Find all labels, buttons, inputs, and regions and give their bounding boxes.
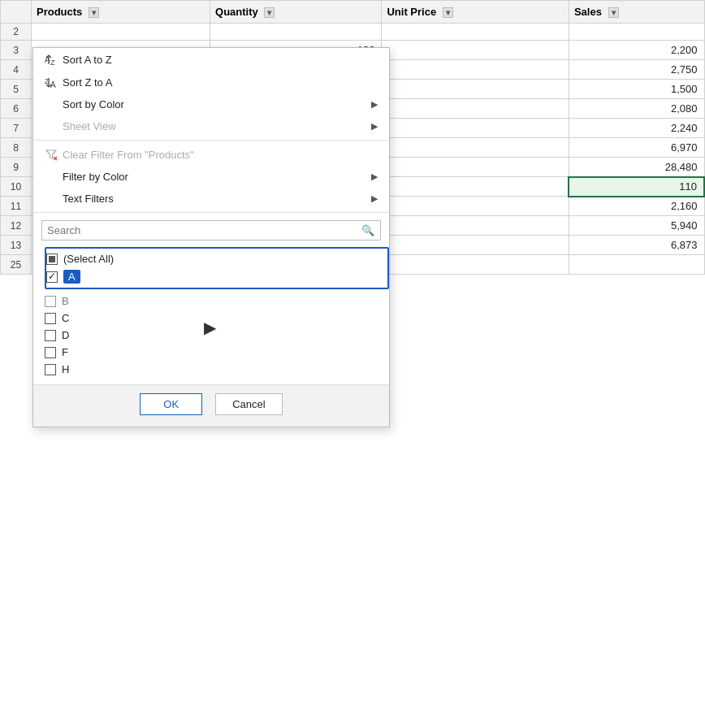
search-area: 🔍 bbox=[33, 215, 389, 244]
sheet-view-arrow: ▶ bbox=[371, 121, 378, 132]
quantity-header[interactable]: Quantity ▾ bbox=[210, 1, 382, 24]
row-num-cell: 2 bbox=[1, 24, 32, 41]
cell-sales[interactable]: 1,500 bbox=[569, 80, 704, 99]
products-label: Products bbox=[37, 6, 82, 18]
item-h-item[interactable]: H bbox=[45, 361, 389, 378]
sort-by-color-item[interactable]: Sort by Color ▶ bbox=[33, 93, 389, 115]
text-filters-arrow: ▶ bbox=[371, 193, 378, 204]
highlighted-items-box: (Select All) A bbox=[45, 247, 389, 289]
row-num-cell: 5 bbox=[1, 80, 32, 99]
sheet-view-label: Sheet View bbox=[63, 120, 116, 132]
row-num-cell: 8 bbox=[1, 138, 32, 158]
text-filters-item[interactable]: Text Filters ▶ bbox=[33, 188, 389, 210]
text-filters-label: Text Filters bbox=[63, 193, 114, 205]
cell-unitprice[interactable] bbox=[382, 216, 569, 236]
clear-filter-icon bbox=[45, 148, 63, 161]
cancel-button[interactable]: Cancel bbox=[215, 393, 282, 415]
cell-unitprice[interactable] bbox=[382, 119, 569, 138]
dropdown-buttons: OK Cancel bbox=[33, 384, 389, 427]
cell-sales[interactable]: 6,873 bbox=[569, 236, 704, 255]
quantity-dropdown-arrow[interactable]: ▾ bbox=[264, 7, 275, 18]
cell-unitprice[interactable] bbox=[382, 255, 569, 275]
checklist: (Select All) A B C D F bbox=[33, 244, 389, 381]
cell-unitprice[interactable] bbox=[382, 158, 569, 177]
clear-filter-item[interactable]: Clear Filter From "Products" bbox=[33, 143, 389, 166]
cell-unitprice[interactable] bbox=[382, 197, 569, 216]
cell-unitprice[interactable] bbox=[382, 80, 569, 99]
row-num-cell: 4 bbox=[1, 60, 32, 80]
select-all-checkbox[interactable] bbox=[46, 254, 58, 265]
row-num-header bbox=[1, 1, 32, 24]
cell-sales[interactable]: 5,940 bbox=[569, 216, 704, 236]
cell-quantity[interactable] bbox=[210, 24, 382, 41]
cell-sales-selected[interactable]: 110 bbox=[569, 177, 704, 197]
sort-z-a-label: Sort Z to A bbox=[63, 76, 112, 89]
row-num-cell: 25 bbox=[1, 255, 32, 275]
row-num-cell: 6 bbox=[1, 99, 32, 119]
item-a-checked[interactable]: A bbox=[46, 267, 387, 286]
sort-by-color-arrow: ▶ bbox=[371, 99, 378, 110]
row-num-cell: 13 bbox=[1, 236, 32, 255]
ok-button[interactable]: OK bbox=[140, 393, 202, 415]
cell-sales[interactable]: 28,480 bbox=[569, 158, 704, 177]
sort-a-z-label: Sort A to Z bbox=[63, 54, 112, 66]
row-num-cell: 9 bbox=[1, 158, 32, 177]
search-icon: 🔍 bbox=[361, 223, 374, 236]
item-f-checkbox[interactable] bbox=[45, 347, 56, 358]
sales-dropdown-arrow[interactable]: ▾ bbox=[608, 7, 619, 18]
item-b-checkbox[interactable] bbox=[45, 296, 56, 307]
item-c-item[interactable]: C bbox=[45, 310, 389, 327]
item-d-label: D bbox=[62, 329, 69, 341]
unitprice-label: Unit Price bbox=[387, 6, 436, 18]
cell-unitprice[interactable] bbox=[382, 60, 569, 80]
cell-sales[interactable]: 2,240 bbox=[569, 119, 704, 138]
cell-sales[interactable]: 6,970 bbox=[569, 138, 704, 158]
sort-a-z-item[interactable]: AZ Sort A to Z bbox=[33, 48, 389, 71]
cell-unitprice[interactable] bbox=[382, 24, 569, 41]
cell-sales[interactable] bbox=[569, 24, 704, 41]
item-b-item[interactable]: B bbox=[45, 292, 389, 310]
az-icon: AZ bbox=[45, 53, 63, 66]
cell-sales[interactable]: 2,080 bbox=[569, 99, 704, 119]
item-c-checkbox[interactable] bbox=[45, 313, 56, 324]
cell-unitprice[interactable] bbox=[382, 138, 569, 158]
cell-products[interactable] bbox=[32, 24, 210, 41]
item-f-item[interactable]: F bbox=[45, 344, 389, 361]
search-input[interactable] bbox=[41, 220, 381, 240]
item-h-checkbox[interactable] bbox=[45, 364, 56, 375]
svg-text:Z: Z bbox=[50, 58, 55, 66]
cell-unitprice[interactable] bbox=[382, 236, 569, 255]
cell-unitprice[interactable] bbox=[382, 99, 569, 119]
sheet-view-item[interactable]: Sheet View ▶ bbox=[33, 115, 389, 137]
sort-z-a-item[interactable]: ZA Sort Z to A bbox=[33, 71, 389, 93]
filter-by-color-item[interactable]: Filter by Color ▶ bbox=[33, 166, 389, 188]
table-row: 2 bbox=[1, 24, 705, 41]
unitprice-dropdown-arrow[interactable]: ▾ bbox=[443, 7, 453, 18]
sort-by-color-label: Sort by Color bbox=[63, 98, 124, 110]
select-all-item[interactable]: (Select All) bbox=[46, 250, 387, 267]
sales-header[interactable]: Sales ▾ bbox=[569, 1, 704, 24]
cell-sales[interactable] bbox=[569, 255, 704, 275]
unitprice-header[interactable]: Unit Price ▾ bbox=[382, 1, 569, 24]
cell-unitprice[interactable] bbox=[382, 41, 569, 60]
cell-sales[interactable]: 2,160 bbox=[569, 197, 704, 216]
filter-dropdown: AZ Sort A to Z ZA Sort Z to A Sort by Co… bbox=[32, 47, 390, 427]
row-num-cell: 3 bbox=[1, 41, 32, 60]
item-d-item[interactable]: D bbox=[45, 327, 389, 344]
row-num-cell: 10 bbox=[1, 177, 32, 197]
separator-2 bbox=[33, 212, 389, 213]
row-num-cell: 12 bbox=[1, 216, 32, 236]
item-h-label: H bbox=[62, 363, 69, 375]
filter-by-color-arrow: ▶ bbox=[371, 171, 378, 182]
item-a-label: A bbox=[63, 270, 80, 284]
filter-by-color-label: Filter by Color bbox=[63, 171, 128, 183]
products-dropdown-arrow[interactable]: ▾ bbox=[89, 7, 99, 18]
item-d-checkbox[interactable] bbox=[45, 330, 56, 341]
cell-sales[interactable]: 2,750 bbox=[569, 60, 704, 80]
za-icon: ZA bbox=[45, 76, 63, 89]
cell-sales[interactable]: 2,200 bbox=[569, 41, 704, 60]
cell-unitprice[interactable] bbox=[382, 177, 569, 197]
item-a-checkbox[interactable] bbox=[46, 271, 58, 283]
quantity-label: Quantity bbox=[215, 6, 258, 18]
products-header[interactable]: Products ▾ bbox=[32, 1, 210, 24]
